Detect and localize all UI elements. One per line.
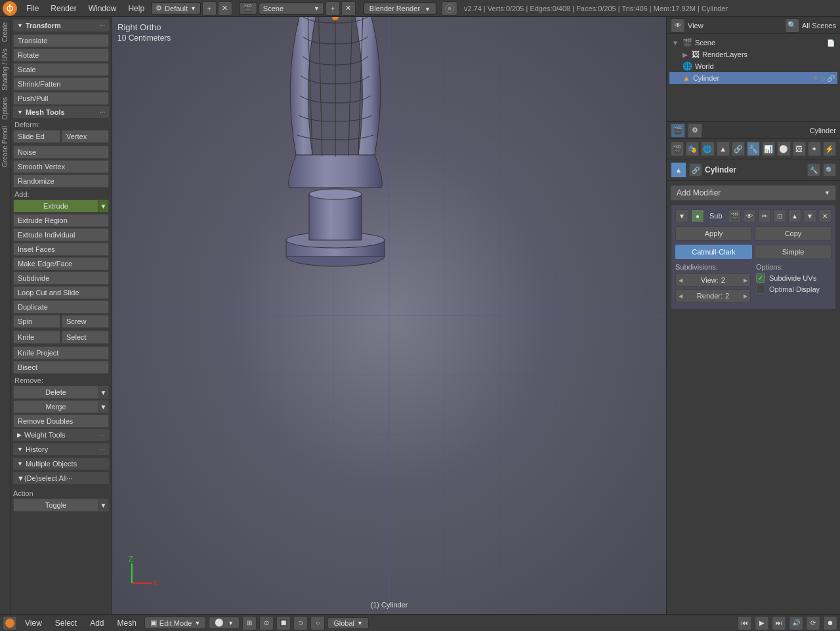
extrude-main-button[interactable]: Extrude (13, 199, 98, 213)
spin-button[interactable]: Spin (13, 315, 60, 328)
merge-main-button[interactable]: Merge (13, 400, 98, 413)
merge-arrow-button[interactable]: ▼ (98, 400, 109, 413)
prop-texture-icon[interactable]: 🖼 (793, 142, 806, 156)
subdivide-button[interactable]: Subdivide (13, 272, 109, 285)
scene-type-selector[interactable]: 🎬 (239, 2, 257, 14)
mod-cage-icon[interactable]: ⊡ (773, 209, 786, 222)
scene-x-btn[interactable]: ✕ (341, 1, 356, 16)
slide-edge-button[interactable]: Slide Ed (13, 130, 60, 143)
sync-icon[interactable]: ⟳ (806, 616, 820, 630)
prop-modifiers-icon[interactable]: 🔧 (747, 142, 760, 156)
editor-x-btn[interactable]: ✕ (218, 1, 232, 16)
proportional-icon[interactable]: ⊃ (293, 616, 308, 630)
prop-world-icon[interactable]: 🌐 (701, 142, 714, 156)
subdiv-settings-icon[interactable]: ▼ (675, 209, 688, 222)
mode-selector[interactable]: ▣ Edit Mode ▼ (144, 617, 206, 629)
tab-options[interactable]: Options (1, 94, 9, 122)
weight-tools-section[interactable]: ▶ Weight Tools ··· (13, 429, 109, 441)
subdiv-active-icon[interactable]: ● (691, 209, 704, 222)
record-icon[interactable]: ⏺ (823, 616, 837, 630)
outliner-world[interactable]: 🌐 World (669, 60, 837, 72)
knife-project-button[interactable]: Knife Project (13, 346, 109, 359)
editor-type-selector[interactable]: ⚙ Default ▼ (151, 2, 201, 14)
deselect-all-section[interactable]: ▼ (De)select All ··· (13, 472, 109, 484)
delete-main-button[interactable]: Delete (13, 386, 98, 399)
outliner-view-btn[interactable]: 👁 (671, 18, 685, 33)
toggle-main-button[interactable]: Toggle (13, 499, 98, 512)
tab-shading-uvs[interactable]: Shading / UVs (1, 46, 9, 93)
scene-selector[interactable]: Scene ▼ (259, 3, 324, 14)
duplicate-button[interactable]: Duplicate (13, 300, 109, 314)
smooth-vertex-button[interactable]: Smooth Vertex (13, 160, 109, 173)
audio-icon[interactable]: 🔊 (789, 616, 803, 630)
outliner-search-btn[interactable]: 🔍 (785, 18, 799, 33)
inset-faces-button[interactable]: Inset Faces (13, 243, 109, 256)
render-stepper[interactable]: Render: 2 (675, 289, 751, 302)
bottom-view[interactable]: View (20, 617, 47, 629)
apply-button[interactable]: Apply (675, 226, 752, 241)
subdivide-uvs-checkbox[interactable]: ✓ (756, 274, 765, 283)
bisect-button[interactable]: Bisect (13, 361, 109, 374)
vertex-button[interactable]: Vertex (62, 130, 109, 143)
randomize-button[interactable]: Randomize (13, 174, 109, 188)
scene-plus-btn[interactable]: + (326, 1, 340, 16)
mod-up-icon[interactable]: ▲ (788, 209, 801, 222)
mesh-tools-section-header[interactable]: ▼ Mesh Tools ··· (13, 106, 109, 118)
view-local-icon[interactable]: ⊙ (259, 616, 274, 630)
prop-render-icon[interactable]: 🎬 (671, 123, 685, 138)
menu-file[interactable]: File (21, 3, 44, 14)
scale-button[interactable]: Scale (13, 63, 109, 76)
history-section[interactable]: ▼ History ··· (13, 443, 109, 455)
knife-button[interactable]: Knife (13, 331, 60, 344)
prop-render-settings-icon[interactable]: 🎬 (671, 142, 684, 156)
extrude-arrow-button[interactable]: ▼ (98, 199, 109, 213)
tab-catmull-clark[interactable]: Catmull-Clark (675, 245, 752, 259)
timeline-end-icon[interactable]: ⏭ (772, 616, 786, 630)
render-engine-selector[interactable]: Blender Render ▼ (364, 3, 436, 14)
outliner-renderlayers[interactable]: ▶ 🖼 RenderLayers (669, 49, 837, 60)
delete-arrow-button[interactable]: ▼ (98, 386, 109, 399)
screw-button[interactable]: Screw (62, 315, 109, 328)
obj-constraint-icon[interactable]: 🔗 (689, 163, 702, 176)
outliner-cylinder[interactable]: ▲ Cylinder 👁 ⊙ 🔗 (669, 72, 837, 84)
bottom-mesh[interactable]: Mesh (112, 617, 142, 629)
transform-section-header[interactable]: ▼ Transform ··· (13, 20, 109, 31)
prop-extra2[interactable]: 🔍 (823, 163, 836, 176)
proportional-type-icon[interactable]: ○ (310, 616, 325, 630)
viewport-shading[interactable]: ⚪ ▼ (209, 617, 240, 629)
multiple-objects-section[interactable]: ▼ Multiple Objects (13, 458, 109, 470)
make-edge-face-button[interactable]: Make Edge/Face (13, 257, 109, 270)
prop-physics-icon[interactable]: ⚡ (823, 142, 836, 156)
bottom-select[interactable]: Select (50, 617, 82, 629)
view-grid-icon[interactable]: ⊞ (242, 616, 257, 630)
loop-cut-slide-button[interactable]: Loop Cut and Slide (13, 286, 109, 299)
timeline-icon[interactable]: ⏮ (738, 616, 752, 630)
noise-button[interactable]: Noise (13, 146, 109, 159)
extrude-individual-button[interactable]: Extrude Individual (13, 228, 109, 241)
toggle-arrow-button[interactable]: ▼ (98, 499, 109, 512)
snap-icon[interactable]: 🔲 (276, 616, 291, 630)
translate-button[interactable]: Translate (13, 34, 109, 47)
mod-edit-icon[interactable]: ✏ (758, 209, 771, 222)
push-pull-button[interactable]: Push/Pull (13, 92, 109, 105)
prop-scene-settings-icon[interactable]: 🎭 (686, 142, 699, 156)
view-stepper[interactable]: View: 2 (675, 274, 751, 287)
pivot-selector[interactable]: Global ▼ (327, 617, 369, 629)
mod-close-icon[interactable]: ✕ (818, 209, 831, 222)
bottom-add[interactable]: Add (85, 617, 109, 629)
add-modifier-button[interactable]: Add Modifier ▼ (671, 185, 836, 201)
prop-particles-icon[interactable]: ✦ (808, 142, 821, 156)
remove-doubles-button[interactable]: Remove Doubles (13, 415, 109, 428)
playback-icon[interactable]: ▶ (755, 616, 769, 630)
viewport[interactable]: Right Ortho 10 Centimeters X Z (1) Cylin… (112, 17, 666, 614)
menu-window[interactable]: Window (83, 3, 122, 14)
tab-create[interactable]: Create (1, 20, 9, 45)
shrink-flatten-button[interactable]: Shrink/Fatten (13, 77, 109, 91)
mod-eye-icon[interactable]: 👁 (743, 209, 756, 222)
extrude-region-button[interactable]: Extrude Region (13, 214, 109, 227)
prop-scene-icon[interactable]: ⚙ (688, 123, 702, 138)
mod-render-icon[interactable]: 🎬 (728, 209, 741, 222)
prop-data-icon[interactable]: 📊 (762, 142, 775, 156)
outliner-scene[interactable]: ▼ 🎬 Scene 📄 (669, 37, 837, 49)
menu-render[interactable]: Render (45, 3, 81, 14)
